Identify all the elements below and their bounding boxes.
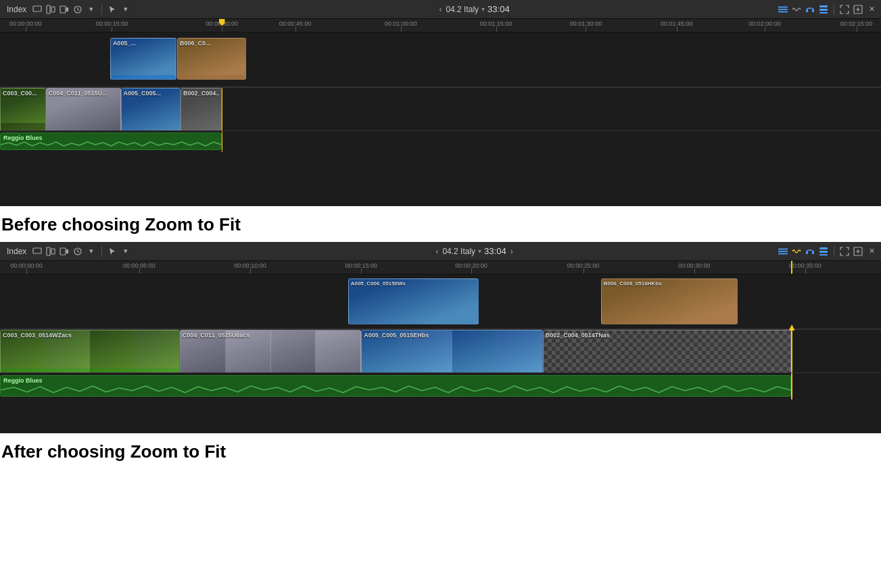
clip-label: B002_C004... xyxy=(183,90,219,97)
headphones-icon-2[interactable] xyxy=(805,246,815,257)
tool-select-icon-2[interactable] xyxy=(107,246,118,257)
clip-b006-conn2[interactable]: B006_C008_0516HKbs xyxy=(601,278,738,324)
close-icon[interactable]: ✕ xyxy=(866,4,877,15)
view-options-icon[interactable] xyxy=(72,4,83,15)
after-caption: After choosing Zoom to Fit xyxy=(0,433,881,469)
clip-show-icon-2[interactable] xyxy=(59,246,70,257)
bottom-timeline-panel: Index ▾ ▾ ‹ 04.2 Italy ▾ xyxy=(0,242,881,433)
clip-label: A005_C005... xyxy=(124,90,162,97)
top-audio-track: Reggio Blues xyxy=(0,130,881,152)
clip-b002[interactable]: B002_C004... xyxy=(181,88,222,132)
zoom-fit-icon[interactable] xyxy=(853,4,863,15)
audio-clip-reggio-2[interactable]: Reggio Blues xyxy=(0,375,791,397)
clip-a005-main2[interactable]: A005_C005_0515EHbs xyxy=(361,330,542,374)
top-playhead-line xyxy=(222,88,222,130)
zoom-fit-icon-2[interactable] xyxy=(853,246,863,257)
svg-rect-18 xyxy=(60,248,66,255)
clip-c004[interactable]: C004_C011_0515U... xyxy=(46,88,121,132)
waveform-active-icon[interactable] xyxy=(791,246,802,257)
top-main-tracks: C003_C00... C004_C011_0515U... A005_C005… xyxy=(0,87,881,130)
svg-rect-25 xyxy=(812,251,814,254)
clip-appearance-icon-2[interactable] xyxy=(32,246,43,257)
audio-playhead-line xyxy=(222,131,222,152)
svg-rect-15 xyxy=(33,248,41,253)
svg-rect-22 xyxy=(778,251,788,252)
audio-lanes-icon[interactable] xyxy=(778,4,788,15)
timecode-display-2: 04.2 Italy ▾ 33:04 xyxy=(442,246,506,256)
clip-a005-conn2[interactable]: A005_C006_05150Ws xyxy=(348,278,479,324)
svg-rect-23 xyxy=(778,253,788,254)
view-options-icon-2[interactable] xyxy=(72,246,83,257)
toolbar-divider-4 xyxy=(834,246,834,257)
svg-rect-3 xyxy=(60,6,66,13)
svg-rect-11 xyxy=(819,5,828,7)
bottom-main-tracks: C003_C003_0514WZacs C004_C011_0515U6acs xyxy=(0,328,881,372)
bottom-track-area: A005_C006_05150Ws B006_C008_0516HKbs C00… xyxy=(0,274,881,433)
clip-show-icon[interactable] xyxy=(59,4,70,15)
clip-b002-2[interactable]: B002_C004_0514TNas xyxy=(543,330,791,374)
ruler-marks: 00:00:00:0000:00:15:0000:00:30:0000:00:4… xyxy=(0,19,881,32)
ruler-marks-2: 00:00:00:0000:00:05:0000:00:10:0000:00:1… xyxy=(0,261,881,274)
tool-select-icon[interactable] xyxy=(107,4,118,15)
svg-rect-19 xyxy=(66,249,68,253)
clip-a005-main[interactable]: A005_C005... xyxy=(121,88,181,132)
clip-c004-2[interactable]: C004_C011_0515U6acs xyxy=(180,330,361,374)
top-connected-clips-row: A005_... B006_C0... xyxy=(0,32,881,87)
clip-b006-connected[interactable]: B006_C0... xyxy=(177,38,246,80)
top-toolbar: Index ▾ ▾ ‹ 04.2 Italy xyxy=(0,0,881,19)
empty-track-space xyxy=(0,152,881,206)
waveform-svg xyxy=(1,140,221,149)
nav-left-button-2[interactable]: ‹ xyxy=(435,247,438,256)
nav-right-button-2[interactable]: › xyxy=(510,247,513,256)
clip-label: B006_C0... xyxy=(180,40,211,47)
audio-clip-reggio[interactable]: Reggio Blues xyxy=(0,132,222,150)
clip-label: A005_... xyxy=(113,40,136,47)
close-icon-2[interactable]: ✕ xyxy=(866,246,877,257)
clip-c003[interactable]: C003_C00... xyxy=(0,88,46,132)
svg-rect-7 xyxy=(778,9,788,10)
clip-height-icon-2[interactable] xyxy=(45,246,56,257)
dropdown-caret-icon-2[interactable]: ▾ xyxy=(478,247,481,255)
svg-rect-2 xyxy=(51,7,55,12)
top-track-area: A005_... B006_C0... C003_C00... xyxy=(0,32,881,206)
fullscreen-icon-2[interactable] xyxy=(839,246,850,257)
timecode-display: 04.2 Italy ▾ 33:04 xyxy=(446,4,509,14)
tool-dropdown-icon-2[interactable]: ▾ xyxy=(120,246,131,257)
audio-lanes-icon-2[interactable] xyxy=(778,246,788,257)
clip-c003-2[interactable]: C003_C003_0514WZacs xyxy=(0,330,180,374)
audio-playhead-line-2 xyxy=(791,373,792,399)
bottom-playhead-ruler xyxy=(791,261,792,274)
svg-rect-21 xyxy=(778,248,788,249)
clip-height-icon[interactable] xyxy=(45,4,56,15)
headphones-icon[interactable] xyxy=(805,4,815,15)
roles-icon[interactable] xyxy=(818,4,829,15)
svg-rect-17 xyxy=(51,249,55,254)
clip-label: C004_C011_0515U... xyxy=(49,90,108,97)
fullscreen-icon[interactable] xyxy=(839,4,850,15)
svg-rect-10 xyxy=(812,9,814,12)
dropdown-arrow-icon-2[interactable]: ▾ xyxy=(86,246,97,257)
clip-label: B006_C008_0516HKbs xyxy=(604,280,662,287)
nav-left-button[interactable]: ‹ xyxy=(439,5,442,14)
svg-rect-27 xyxy=(819,251,828,253)
dropdown-arrow-icon[interactable]: ▾ xyxy=(86,4,97,15)
project-label-2: 04.2 Italy xyxy=(442,247,475,256)
svg-rect-1 xyxy=(47,5,50,14)
after-title: After choosing Zoom to Fit xyxy=(0,441,881,462)
roles-icon-2[interactable] xyxy=(818,246,829,257)
timecode-value: 33:04 xyxy=(487,4,510,14)
dropdown-caret-icon[interactable]: ▾ xyxy=(481,5,485,13)
svg-rect-28 xyxy=(819,254,828,255)
clip-label: A005_C005_0515EHbs xyxy=(364,332,429,339)
svg-rect-13 xyxy=(819,12,828,14)
top-index-button[interactable]: Index xyxy=(4,5,29,14)
empty-track-space-2 xyxy=(0,399,881,433)
audio-clip-label-2: Reggio Blues xyxy=(3,377,43,384)
top-timeline-panel: Index ▾ ▾ ‹ 04.2 Italy xyxy=(0,0,881,206)
bottom-playhead-line xyxy=(791,330,792,372)
clip-appearance-icon[interactable] xyxy=(32,4,43,15)
bottom-index-button[interactable]: Index xyxy=(4,247,29,256)
tool-dropdown-icon[interactable]: ▾ xyxy=(120,4,131,15)
waveform-icon[interactable] xyxy=(791,4,802,15)
clip-a005-connected[interactable]: A005_... xyxy=(110,38,176,80)
